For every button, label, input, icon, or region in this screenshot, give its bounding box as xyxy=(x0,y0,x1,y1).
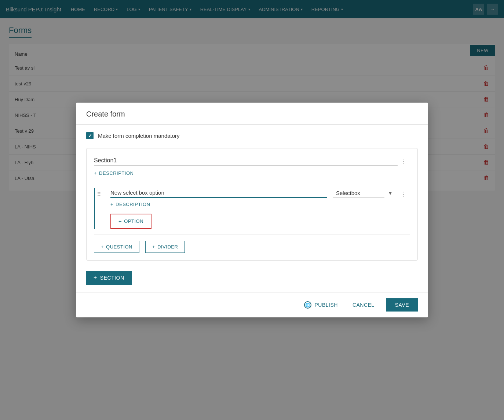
plus-icon: + xyxy=(118,218,122,224)
question-name-input[interactable] xyxy=(110,188,327,198)
section-header: ⋮ xyxy=(94,156,410,166)
question-menu-button[interactable]: ⋮ xyxy=(398,189,410,200)
section-box: ⋮ + DESCRIPTION ⠿ xyxy=(86,148,418,261)
create-form-modal: Create form Make form completion mandato… xyxy=(76,103,428,317)
add-option-button[interactable]: + OPTION xyxy=(110,214,151,229)
modal-footer: 🌐 PUBLISH CANCEL SAVE xyxy=(76,292,428,317)
add-section-button[interactable]: + SECTION xyxy=(86,271,132,285)
plus-icon: + xyxy=(94,275,97,281)
add-question-description-button[interactable]: + DESCRIPTION xyxy=(110,202,393,207)
section-divider xyxy=(94,182,410,182)
drag-handle-icon[interactable]: ⠿ xyxy=(95,188,103,201)
save-button[interactable]: SAVE xyxy=(386,298,418,312)
add-question-divider-row: + QUESTION + DIVIDER xyxy=(94,241,410,253)
type-select-wrapper: Selectbox Text Number Date Checkbox Radi… xyxy=(333,188,393,198)
plus-icon: + xyxy=(152,244,155,250)
add-question-button[interactable]: + QUESTION xyxy=(94,241,139,253)
question-content: Selectbox Text Number Date Checkbox Radi… xyxy=(107,188,393,229)
section-name-input[interactable] xyxy=(94,156,398,166)
mandatory-row: Make form completion mandatory xyxy=(86,132,418,139)
question-type-select[interactable]: Selectbox Text Number Date Checkbox Radi… xyxy=(333,188,384,198)
question-left-border xyxy=(94,188,95,229)
add-divider-button[interactable]: + DIVIDER xyxy=(145,241,185,253)
question-top-row: Selectbox Text Number Date Checkbox Radi… xyxy=(110,188,393,198)
publish-button[interactable]: 🌐 PUBLISH xyxy=(304,301,337,309)
plus-icon: + xyxy=(94,170,97,176)
modal-body[interactable]: Make form completion mandatory ⋮ + DESCR… xyxy=(76,125,428,292)
mandatory-label: Make form completion mandatory xyxy=(98,133,180,139)
modal-header: Create form xyxy=(76,103,428,125)
modal-title: Create form xyxy=(86,110,418,118)
add-section-description-button[interactable]: + DESCRIPTION xyxy=(94,170,410,176)
section-bottom-divider xyxy=(94,235,410,235)
section-menu-button[interactable]: ⋮ xyxy=(398,156,410,166)
globe-icon: 🌐 xyxy=(304,301,311,309)
plus-icon: + xyxy=(101,244,104,250)
cancel-button[interactable]: CANCEL xyxy=(345,298,382,312)
mandatory-checkbox[interactable] xyxy=(86,132,94,139)
question-block: ⠿ Selectbox Text Number Date xyxy=(94,188,410,229)
modal-overlay: Create form Make form completion mandato… xyxy=(0,0,504,420)
plus-icon: + xyxy=(110,202,113,207)
